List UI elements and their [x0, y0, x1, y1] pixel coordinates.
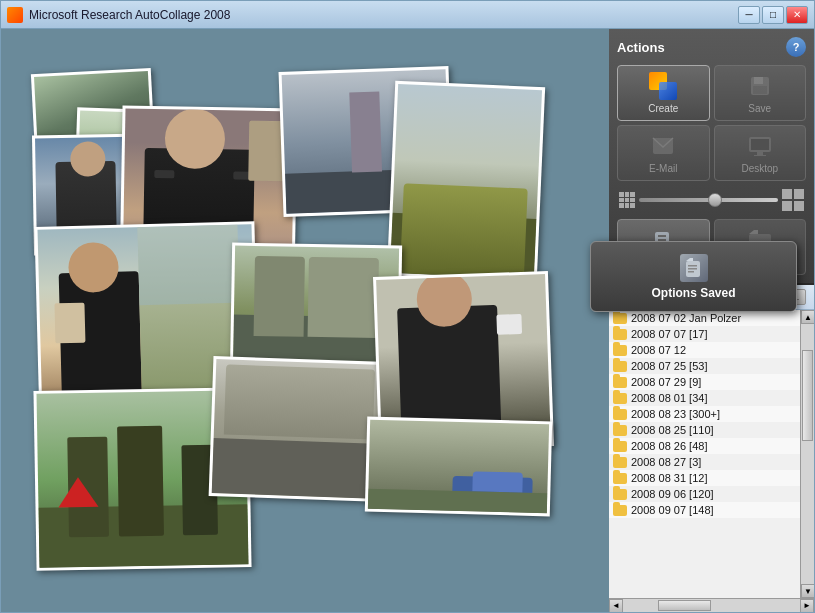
large-grid-icon [782, 189, 804, 211]
folder-label: 2008 07 29 [9] [631, 376, 701, 388]
actions-header: Actions ? [617, 37, 806, 57]
size-slider-row [617, 189, 806, 211]
options-saved-icon [680, 254, 708, 282]
folder-icon [613, 409, 627, 420]
browser-list-wrapper: 2008 07 02 Jan Polzer2008 07 07 [17]2008… [609, 310, 814, 598]
folder-label: 2008 07 12 [631, 344, 686, 356]
folder-label: 2008 09 07 [148] [631, 504, 714, 516]
save-icon [746, 72, 774, 100]
folder-label: 2008 08 01 [34] [631, 392, 707, 404]
list-item[interactable]: 2008 07 07 [17] [609, 326, 800, 342]
list-item[interactable]: 2008 09 07 [148] [609, 502, 800, 518]
desktop-label: Desktop [741, 163, 778, 174]
app-icon [7, 7, 23, 23]
folder-label: 2008 07 07 [17] [631, 328, 707, 340]
vscroll-thumb[interactable] [802, 350, 813, 441]
list-item[interactable]: 2008 08 25 [110] [609, 422, 800, 438]
save-button[interactable]: Save [714, 65, 807, 121]
list-item[interactable]: 2008 07 25 [53] [609, 358, 800, 374]
list-item[interactable]: 2008 08 26 [48] [609, 438, 800, 454]
svg-rect-15 [688, 268, 697, 270]
create-button[interactable]: Create [617, 65, 710, 121]
folder-icon [613, 489, 627, 500]
browser-vertical-scrollbar: ▲ ▼ [800, 310, 814, 598]
list-item[interactable]: 2008 08 23 [300+] [609, 406, 800, 422]
right-panel: Actions ? Create [609, 29, 814, 612]
photo-card [365, 417, 552, 517]
hscroll-thumb[interactable] [658, 600, 711, 611]
list-item[interactable]: 2008 09 06 [120] [609, 486, 800, 502]
email-button[interactable]: E-Mail [617, 125, 710, 181]
action-buttons-top: Create Save [617, 65, 806, 181]
folder-icon [613, 313, 627, 324]
folder-icon [613, 505, 627, 516]
photo-image [368, 420, 549, 514]
browser-list: 2008 07 02 Jan Polzer2008 07 07 [17]2008… [609, 310, 800, 598]
image-browser: Image Browser ... 2008 07 02 Jan Polzer2… [609, 285, 814, 612]
small-grid-icon [619, 192, 635, 208]
minimize-button[interactable]: ─ [738, 6, 760, 24]
folder-label: 2008 08 23 [300+] [631, 408, 720, 420]
folder-icon [613, 441, 627, 452]
list-item[interactable]: 2008 08 01 [34] [609, 390, 800, 406]
folder-icon [613, 361, 627, 372]
photo-image [212, 359, 386, 499]
collage-area [1, 29, 609, 612]
help-button[interactable]: ? [786, 37, 806, 57]
titlebar: Microsoft Research AutoCollage 2008 ─ □ … [1, 1, 814, 29]
folder-label: 2008 08 25 [110] [631, 424, 714, 436]
svg-rect-2 [753, 86, 767, 94]
folder-icon [613, 393, 627, 404]
svg-rect-14 [688, 265, 697, 267]
scroll-right-button[interactable]: ► [800, 599, 814, 613]
email-label: E-Mail [649, 163, 677, 174]
folder-icon [613, 329, 627, 340]
svg-rect-7 [754, 155, 766, 156]
photo-card [387, 81, 545, 282]
window-title: Microsoft Research AutoCollage 2008 [29, 8, 738, 22]
svg-rect-16 [688, 271, 694, 273]
list-item[interactable]: 2008 07 29 [9] [609, 374, 800, 390]
svg-rect-5 [751, 139, 769, 150]
folder-icon [613, 345, 627, 356]
photo-image [390, 84, 542, 279]
folder-label: 2008 07 25 [53] [631, 360, 707, 372]
list-item[interactable]: 2008 07 02 Jan Polzer [609, 310, 800, 326]
list-item[interactable]: 2008 08 31 [12] [609, 470, 800, 486]
folder-icon [613, 425, 627, 436]
folder-label: 2008 07 02 Jan Polzer [631, 312, 741, 324]
options-saved-text: Options Saved [651, 286, 735, 300]
photo-card [209, 356, 389, 502]
list-item[interactable]: 2008 08 27 [3] [609, 454, 800, 470]
hscroll-track [623, 599, 800, 612]
svg-rect-9 [658, 235, 666, 237]
window-controls: ─ □ ✕ [738, 6, 808, 24]
desktop-button[interactable]: Desktop [714, 125, 807, 181]
folder-icon [613, 377, 627, 388]
folder-label: 2008 09 06 [120] [631, 488, 714, 500]
folder-label: 2008 08 26 [48] [631, 440, 707, 452]
maximize-button[interactable]: □ [762, 6, 784, 24]
actions-title: Actions [617, 40, 665, 55]
options-saved-notification: Options Saved [590, 241, 797, 312]
slider-thumb[interactable] [708, 193, 722, 207]
browser-horizontal-scrollbar: ◄ ► [609, 598, 814, 612]
close-button[interactable]: ✕ [786, 6, 808, 24]
svg-rect-6 [757, 152, 763, 155]
scroll-up-button[interactable]: ▲ [801, 310, 814, 324]
folder-label: 2008 08 27 [3] [631, 456, 701, 468]
list-item[interactable]: 2008 07 12 [609, 342, 800, 358]
save-label: Save [748, 103, 771, 114]
email-icon [649, 132, 677, 160]
folder-icon [613, 457, 627, 468]
folder-label: 2008 08 31 [12] [631, 472, 707, 484]
vscroll-track [801, 324, 814, 584]
create-icon [649, 72, 677, 100]
create-label: Create [648, 103, 678, 114]
main-content: Actions ? Create [1, 29, 814, 612]
scroll-left-button[interactable]: ◄ [609, 599, 623, 613]
folder-icon [613, 473, 627, 484]
size-slider[interactable] [639, 198, 778, 202]
desktop-icon [746, 132, 774, 160]
scroll-down-button[interactable]: ▼ [801, 584, 814, 598]
